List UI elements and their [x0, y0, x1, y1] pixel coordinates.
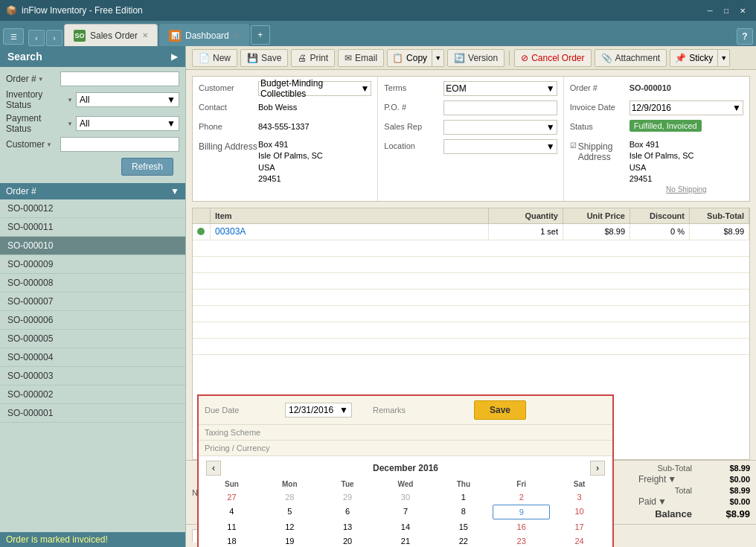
help-button[interactable]: ? — [737, 28, 753, 45]
no-shipping-link[interactable]: No Shipping — [630, 185, 743, 193]
order-list-sort-icon: ▼ — [170, 186, 179, 196]
cal-day-8[interactable]: 8 — [435, 505, 492, 519]
copy-dropdown-button[interactable]: ▼ — [432, 49, 444, 67]
order-num-label[interactable]: Order # ▼ — [6, 74, 57, 84]
order-item-so000001[interactable]: SO-000001 — [0, 404, 185, 423]
customer-search-input[interactable] — [60, 137, 179, 152]
order-list-header[interactable]: Order # ▼ — [0, 183, 185, 199]
tab-dashboard[interactable]: 📊 Dashboard ✕ — [159, 24, 249, 46]
cal-day-10[interactable]: 10 — [551, 505, 608, 519]
copy-button[interactable]: 📋 Copy — [387, 49, 432, 67]
sidebar-collapse-icon[interactable]: ▶ — [171, 51, 178, 62]
table-header-indicator — [193, 208, 211, 223]
cal-day-12[interactable]: 12 — [261, 520, 318, 534]
cancel-order-button[interactable]: ⊘ Cancel Order — [514, 49, 591, 67]
cal-day-5[interactable]: 5 — [261, 505, 318, 519]
nav-back-button[interactable]: ‹ — [28, 30, 45, 46]
item-link[interactable]: 00303A — [215, 226, 246, 237]
cal-day-23[interactable]: 23 — [493, 534, 550, 547]
terms-field-select[interactable]: EOM ▼ — [443, 81, 557, 96]
cal-day-28-prev[interactable]: 28 — [261, 490, 318, 504]
cal-day-2[interactable]: 2 — [493, 490, 550, 504]
cal-day-19[interactable]: 19 — [261, 534, 318, 547]
cal-day-3[interactable]: 3 — [551, 490, 608, 504]
version-button[interactable]: 🔄 Version — [447, 49, 504, 67]
cal-day-16[interactable]: 16 — [493, 520, 550, 534]
cal-day-24[interactable]: 24 — [551, 534, 608, 547]
phone-field-row: Phone 843-555-1337 — [199, 120, 371, 136]
table-row[interactable]: 00303A 1 set $8.99 0 % $8.99 — [193, 224, 749, 240]
tab-add-button[interactable]: + — [251, 25, 270, 45]
hamburger-button[interactable]: ☰ — [3, 28, 24, 45]
cal-day-4[interactable]: 4 — [203, 505, 260, 519]
paid-arrow-icon[interactable]: ▼ — [658, 496, 667, 507]
cal-day-6[interactable]: 6 — [319, 505, 377, 519]
sticky-dropdown-button[interactable]: ▼ — [718, 49, 730, 67]
cal-day-9[interactable]: 9 — [493, 505, 550, 519]
inventory-status-label[interactable]: Inventory Status ▼ — [6, 89, 73, 110]
new-button[interactable]: 📄 New — [192, 49, 237, 67]
minimize-button[interactable]: ─ — [702, 4, 717, 17]
location-field-select[interactable]: ▼ — [443, 139, 557, 154]
po-field-input[interactable] — [443, 100, 557, 115]
inventory-status-dropdown[interactable]: All ▼ — [76, 92, 179, 107]
tab-dashboard-close[interactable]: ✕ — [234, 31, 240, 39]
calendar-save-button[interactable]: Save — [474, 400, 526, 420]
calendar-prev-button[interactable]: ‹ — [206, 461, 221, 476]
cal-day-29-prev[interactable]: 29 — [319, 490, 377, 504]
order-item-so000005[interactable]: SO-000005 — [0, 330, 185, 348]
close-button[interactable]: ✕ — [735, 4, 750, 17]
nav-forward-button[interactable]: › — [46, 30, 63, 46]
due-date-input[interactable]: 12/31/2016 ▼ — [285, 403, 352, 418]
calendar-next-button[interactable]: › — [590, 461, 605, 476]
order-item-so000011[interactable]: SO-000011 — [0, 218, 185, 237]
sticky-button[interactable]: 📌 Sticky — [670, 49, 718, 67]
order-item-so000009[interactable]: SO-000009 — [0, 255, 185, 274]
order-item-so000006[interactable]: SO-000006 — [0, 311, 185, 330]
cal-day-13[interactable]: 13 — [319, 520, 377, 534]
refresh-button[interactable]: Refresh — [121, 158, 173, 176]
email-button[interactable]: ✉ Email — [338, 49, 384, 67]
pricing-row: Pricing / Currency — [199, 441, 612, 455]
customer-search-label[interactable]: Customer ▼ — [6, 139, 57, 150]
maximize-button[interactable]: □ — [719, 4, 734, 17]
calendar-grid: Sun Mon Tue Wed Thu Fri Sat 27 28 29 30 … — [203, 479, 608, 547]
sales-rep-field-select[interactable]: ▼ — [443, 120, 557, 135]
order-item-so000007[interactable]: SO-000007 — [0, 292, 185, 311]
cal-day-22[interactable]: 22 — [435, 534, 492, 547]
cal-day-21[interactable]: 21 — [377, 534, 435, 547]
app-title: inFlow Inventory - Free Edition — [22, 5, 143, 16]
cal-day-27-prev[interactable]: 27 — [203, 490, 260, 504]
table-header-unit-price: Unit Price — [563, 208, 630, 223]
cal-day-1[interactable]: 1 — [435, 490, 492, 504]
order-item-so000010[interactable]: SO-000010 — [0, 237, 185, 255]
invoice-date-field-select[interactable]: 12/9/2016 ▼ — [630, 100, 743, 115]
shipping-field-label: ☑ Shipping Address — [570, 139, 630, 162]
cal-day-20[interactable]: 20 — [319, 534, 377, 547]
cal-day-11[interactable]: 11 — [203, 520, 260, 534]
cal-day-18[interactable]: 18 — [203, 534, 260, 547]
save-button[interactable]: 💾 Save — [240, 49, 288, 67]
order-item-so000003[interactable]: SO-000003 — [0, 367, 185, 386]
cal-day-30-prev[interactable]: 30 — [377, 490, 435, 504]
order-item-so000004[interactable]: SO-000004 — [0, 348, 185, 367]
tab-sales-order-close[interactable]: ✕ — [142, 31, 148, 39]
order-item-so000012[interactable]: SO-000012 — [0, 199, 185, 218]
print-button[interactable]: 🖨 Print — [291, 49, 335, 67]
attachment-button[interactable]: 📎 Attachment — [595, 49, 667, 67]
cal-day-15[interactable]: 15 — [435, 520, 492, 534]
order-item-so000002[interactable]: SO-000002 — [0, 386, 185, 404]
form-section-middle: Terms EOM ▼ P.O. # Sales Rep — [378, 77, 563, 201]
payment-status-label[interactable]: Payment Status ▼ — [6, 113, 73, 134]
cal-day-14[interactable]: 14 — [377, 520, 435, 534]
freight-arrow-icon[interactable]: ▼ — [667, 474, 676, 484]
order-item-so000008[interactable]: SO-000008 — [0, 274, 185, 292]
shipping-checkbox-icon[interactable]: ☑ — [570, 141, 577, 150]
customer-field-select[interactable]: Budget-Minding Collectibles ▼ — [258, 81, 371, 96]
cal-day-7[interactable]: 7 — [377, 505, 435, 519]
order-num-input[interactable] — [60, 71, 179, 86]
table-cell-unit-price: $8.99 — [563, 224, 630, 240]
tab-sales-order[interactable]: SO Sales Order ✕ — [64, 24, 158, 46]
payment-status-dropdown[interactable]: All ▼ — [76, 116, 179, 131]
cal-day-17[interactable]: 17 — [551, 520, 608, 534]
